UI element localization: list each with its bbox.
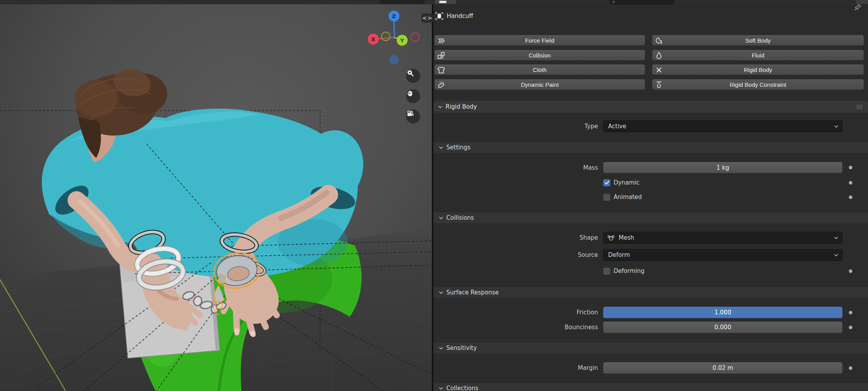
button-label: Rigid Body [744, 66, 772, 73]
deforming-checkbox[interactable] [603, 267, 610, 275]
search-field[interactable] [610, 0, 674, 4]
bounciness-row: Bounciness 0.000 [433, 321, 868, 333]
search-icon [612, 1, 615, 3]
source-dropdown[interactable]: Deform [603, 249, 843, 261]
hand-icon [406, 89, 415, 98]
dynamic-paint-icon [437, 81, 445, 89]
dynamic-checkbox[interactable] [603, 179, 610, 187]
editor-type-glyph [439, 1, 446, 3]
panel-title: Rigid Body [446, 103, 477, 110]
animate-decorator[interactable] [849, 181, 852, 185]
animate-decorator[interactable] [849, 166, 852, 169]
button-label: Rigid Body Constraint [730, 81, 786, 88]
animate-decorator[interactable] [849, 269, 852, 273]
mass-value: 1 kg [716, 164, 729, 171]
viewport-header-tab[interactable] [379, 0, 424, 4]
section-header-collisions[interactable]: Collisions [433, 212, 868, 223]
add-dynamic-paint-button[interactable]: Dynamic Paint [434, 79, 645, 90]
section-title: Collisions [446, 214, 474, 221]
add-collision-button[interactable]: Collision [434, 50, 645, 61]
source-row: Source Deform [433, 249, 868, 261]
fluid-droplet-icon [655, 52, 663, 59]
type-label: Type [433, 120, 598, 132]
shape-label: Shape [433, 232, 598, 244]
shape-dropdown[interactable]: Mesh [603, 232, 843, 244]
object-icon [435, 12, 444, 20]
margin-label: Margin [433, 362, 598, 374]
add-fluid-button[interactable]: Fluid [652, 50, 864, 61]
chevron-down-icon [439, 217, 443, 219]
pan-button[interactable] [406, 89, 420, 103]
properties-editor: Handcuff Force Field Soft Body Coll [433, 0, 868, 391]
section-title: Settings [446, 144, 471, 151]
collision-icon [437, 52, 445, 59]
deforming-row: Deforming [433, 266, 868, 276]
breadcrumb: Handcuff [433, 9, 868, 23]
soft-body-icon [655, 37, 663, 45]
add-rigid-body-constraint-button[interactable]: Rigid Body Constraint [652, 79, 864, 90]
object-name[interactable]: Handcuff [447, 9, 473, 23]
margin-row: Margin 0.02 m [433, 362, 868, 374]
section-title: Sensitivity [446, 344, 477, 352]
gizmo-x-label: X [371, 36, 375, 42]
camera-view-button[interactable] [406, 109, 420, 124]
editor-divider[interactable] [432, 0, 433, 391]
bounciness-slider[interactable]: 0.000 [603, 321, 843, 333]
section-title: Collections [446, 385, 478, 391]
check-icon [605, 181, 609, 185]
section-title: Surface Response [446, 289, 499, 296]
animated-checkbox[interactable] [603, 194, 610, 201]
animated-row: Animated [433, 192, 868, 202]
deforming-label: Deforming [614, 267, 644, 274]
zoom-button[interactable] [406, 69, 420, 83]
animate-decorator[interactable] [849, 311, 852, 314]
source-value: Deform [608, 251, 630, 258]
section-header-settings[interactable]: Settings [433, 142, 868, 153]
margin-value: 0.02 m [712, 364, 733, 371]
dynamic-row: Dynamic [433, 178, 868, 187]
filter-button[interactable] [856, 0, 868, 4]
bounciness-value: 0.000 [714, 324, 731, 331]
viewport-3d[interactable]: Z X Y [0, 0, 432, 391]
add-cloth-button[interactable]: Cloth [434, 64, 645, 75]
chevron-down-icon [834, 125, 838, 128]
dynamic-label: Dynamic [614, 179, 639, 186]
friction-row: Friction 1.000 [433, 307, 868, 318]
animate-decorator[interactable] [849, 196, 852, 199]
margin-field[interactable]: 0.02 m [603, 362, 843, 374]
rigid-body-constraint-icon [655, 81, 663, 89]
editor-type-button[interactable] [435, 0, 456, 4]
type-row: Type Active [433, 120, 868, 132]
button-label: Collision [529, 52, 551, 59]
drag-grip-icon[interactable] [856, 105, 863, 109]
add-force-field-button[interactable]: Force Field [434, 35, 645, 46]
animate-decorator[interactable] [849, 326, 852, 329]
animate-decorator[interactable] [849, 366, 852, 370]
gizmo-axis-x-neg[interactable] [411, 33, 419, 41]
friction-label: Friction [433, 307, 598, 318]
region-resize-arrows[interactable]: < > [421, 13, 433, 23]
cloth-tshirt-icon [437, 66, 445, 74]
chevron-left-icon: < [422, 15, 427, 21]
button-label: Cloth [533, 66, 546, 73]
add-soft-body-button[interactable]: Soft Body [652, 35, 864, 46]
gizmo-axis-z-neg[interactable] [389, 55, 399, 65]
button-label: Fluid [752, 52, 764, 59]
friction-slider[interactable]: 1.000 [603, 307, 843, 318]
button-label: Dynamic Paint [521, 81, 559, 88]
viewport-scene: Z X Y [0, 0, 432, 391]
remove-rigid-body-button[interactable]: Rigid Body [652, 64, 864, 75]
top-strip [0, 0, 868, 4]
button-label: Force Field [525, 37, 554, 44]
section-header-surface-response[interactable]: Surface Response [433, 287, 868, 298]
chevron-down-icon [439, 146, 443, 149]
shape-value: Mesh [619, 234, 634, 241]
mesh-monkey-icon [607, 235, 615, 241]
gizmo-axis-y-neg[interactable] [381, 32, 390, 41]
panel-header-rigid-body[interactable]: Rigid Body [433, 101, 868, 113]
type-dropdown[interactable]: Active [603, 120, 843, 132]
camera-icon [406, 109, 415, 118]
section-header-sensitivity[interactable]: Sensitivity [433, 342, 868, 353]
section-header-collections[interactable]: Collections [433, 382, 868, 391]
mass-field[interactable]: 1 kg [603, 162, 843, 173]
